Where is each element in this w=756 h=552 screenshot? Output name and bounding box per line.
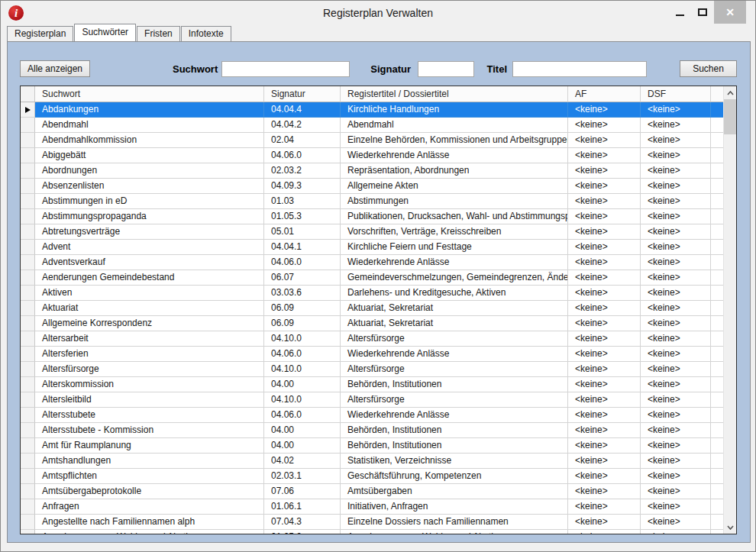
tab-infotexte[interactable]: Infotexte bbox=[181, 26, 231, 41]
row-selector-cell[interactable] bbox=[21, 316, 35, 331]
row-selector-cell[interactable] bbox=[21, 484, 35, 499]
table-row[interactable]: Abtretungsverträge 05.01 Vorschriften, V… bbox=[21, 224, 723, 240]
close-button[interactable]: ✕ bbox=[714, 1, 746, 24]
suchwort-input[interactable] bbox=[221, 61, 350, 77]
table-row[interactable]: Alterskommission 04.00 Behörden, Institu… bbox=[21, 377, 723, 392]
row-selector-cell[interactable] bbox=[21, 347, 35, 362]
table-row[interactable]: Abendmahlkommission 02.04 Einzelne Behör… bbox=[21, 133, 723, 148]
table-row[interactable]: Altersstubete - Kommission 04.00 Behörde… bbox=[21, 423, 723, 438]
cell-filler bbox=[711, 347, 723, 362]
row-selector-cell[interactable] bbox=[21, 454, 35, 469]
header-af[interactable]: AF bbox=[568, 86, 641, 102]
row-selector-cell[interactable] bbox=[21, 270, 35, 286]
scroll-down-button[interactable] bbox=[724, 521, 736, 534]
table-row[interactable]: Amtshandlungen 04.02 Statistiken, Verzei… bbox=[21, 454, 723, 469]
table-row[interactable]: Amt für Raumplanung 04.00 Behörden, Inst… bbox=[21, 438, 723, 454]
row-selector-cell[interactable] bbox=[21, 423, 35, 438]
tab-registerplan[interactable]: Registerplan bbox=[7, 26, 73, 41]
table-row[interactable]: Anordnungen von Wahlen und Abstimmungen … bbox=[21, 530, 723, 534]
table-row[interactable]: Aktuariat 06.09 Aktuariat, Sekretariat <… bbox=[21, 301, 723, 316]
cell-registertitel: Einzelne Dossiers nach Familiennamen bbox=[341, 515, 568, 530]
maximize-button[interactable] bbox=[691, 1, 714, 24]
row-selector-cell[interactable] bbox=[21, 240, 35, 255]
search-button[interactable]: Suchen bbox=[680, 60, 737, 77]
cell-signatur: 01.03 bbox=[264, 194, 341, 209]
row-selector-cell[interactable] bbox=[21, 224, 35, 240]
cell-suchwort: Aktuariat bbox=[35, 301, 264, 316]
table-row[interactable]: Abiggebätt 04.06.0 Wiederkehrende Anläss… bbox=[21, 148, 723, 163]
cell-registertitel: Behörden, Institutionen bbox=[341, 423, 568, 438]
table-row[interactable]: Aenderungen Gemeindebestand 06.07 Gemein… bbox=[21, 270, 723, 286]
table-row[interactable]: Allgemeine Korrespondenz 06.09 Aktuariat… bbox=[21, 316, 723, 331]
table-row[interactable]: Abstimmungspropaganda 01.05.3 Publikatio… bbox=[21, 209, 723, 224]
table-row[interactable]: Abordnungen 02.03.2 Repräsentation, Abor… bbox=[21, 163, 723, 179]
header-signatur[interactable]: Signatur bbox=[264, 86, 341, 102]
row-selector-cell[interactable] bbox=[21, 209, 35, 224]
table-row[interactable]: Abstimmungen in eD 01.03 Abstimmungen <k… bbox=[21, 194, 723, 209]
row-selector-cell[interactable] bbox=[21, 148, 35, 163]
cell-suchwort: Abtretungsverträge bbox=[35, 224, 264, 240]
row-selector-cell[interactable] bbox=[21, 408, 35, 423]
table-row[interactable]: Amtsübergabeprotokolle 07.06 Amtsübergab… bbox=[21, 484, 723, 499]
cell-suchwort: Abdankungen bbox=[35, 102, 264, 118]
table-row[interactable]: Altersfürsorge 04.10.0 Altersfürsorge <k… bbox=[21, 362, 723, 377]
row-selector-cell[interactable] bbox=[21, 133, 35, 148]
row-selector-cell[interactable] bbox=[21, 102, 35, 118]
app-window: i Registerplan Verwalten ✕ RegisterplanS… bbox=[0, 0, 756, 552]
minimize-button[interactable] bbox=[668, 1, 691, 24]
cell-dsf: <keine> bbox=[641, 377, 711, 392]
cell-af: <keine> bbox=[568, 469, 641, 484]
cell-registertitel: Abstimmungen bbox=[341, 194, 568, 209]
table-row[interactable]: Altersleitbild 04.10.0 Altersfürsorge <k… bbox=[21, 392, 723, 408]
tab-suchwoerter[interactable]: Suchwörter bbox=[74, 24, 136, 41]
tab-fristen[interactable]: Fristen bbox=[137, 26, 180, 41]
row-selector-cell[interactable] bbox=[21, 438, 35, 454]
table-row[interactable]: Absenzenlisten 04.09.3 Allgemeine Akten … bbox=[21, 179, 723, 194]
row-selector-cell[interactable] bbox=[21, 179, 35, 194]
show-all-button[interactable]: Alle anzeigen bbox=[20, 60, 90, 77]
cell-af: <keine> bbox=[568, 362, 641, 377]
row-selector-cell[interactable] bbox=[21, 301, 35, 316]
cell-af: <keine> bbox=[568, 499, 641, 515]
row-selector-cell[interactable] bbox=[21, 286, 35, 301]
header-suchwort[interactable]: Suchwort bbox=[35, 86, 264, 102]
row-selector-cell[interactable] bbox=[21, 515, 35, 530]
table-row[interactable]: Anfragen 01.06.1 Initiativen, Anfragen <… bbox=[21, 499, 723, 515]
cell-dsf: <keine> bbox=[641, 408, 711, 423]
cell-suchwort: Anfragen bbox=[35, 499, 264, 515]
row-selector-cell[interactable] bbox=[21, 377, 35, 392]
header-row-selector[interactable] bbox=[21, 86, 35, 102]
minimize-icon bbox=[676, 15, 684, 16]
scrollbar-track[interactable] bbox=[724, 134, 736, 521]
table-row[interactable]: Altersstubete 04.06.0 Wiederkehrende Anl… bbox=[21, 408, 723, 423]
header-dsf[interactable]: DSF bbox=[641, 86, 711, 102]
row-selector-cell[interactable] bbox=[21, 163, 35, 179]
cell-dsf: <keine> bbox=[641, 102, 711, 118]
cell-filler bbox=[711, 133, 723, 148]
table-row[interactable]: Abendmahl 04.04.2 Abendmahl <keine> <kei… bbox=[21, 118, 723, 133]
table-row[interactable]: Altersarbeit 04.10.0 Altersfürsorge <kei… bbox=[21, 331, 723, 347]
titel-label: Titel bbox=[477, 63, 507, 75]
table-row[interactable]: Adventsverkauf 04.06.0 Wiederkehrende An… bbox=[21, 255, 723, 270]
scroll-up-button[interactable] bbox=[724, 86, 736, 99]
table-row[interactable]: Angestellte nach Familiennamen alph 07.0… bbox=[21, 515, 723, 530]
row-selector-cell[interactable] bbox=[21, 331, 35, 347]
row-selector-cell[interactable] bbox=[21, 392, 35, 408]
vertical-scrollbar[interactable] bbox=[723, 86, 736, 534]
row-selector-cell[interactable] bbox=[21, 362, 35, 377]
signatur-input[interactable] bbox=[418, 61, 474, 77]
table-row[interactable]: Advent 04.04.1 Kirchliche Feiern und Fes… bbox=[21, 240, 723, 255]
table-row[interactable]: Aktiven 03.03.6 Darlehens- und Kreditges… bbox=[21, 286, 723, 301]
row-selector-cell[interactable] bbox=[21, 255, 35, 270]
row-selector-cell[interactable] bbox=[21, 469, 35, 484]
table-row[interactable]: Altersferien 04.06.0 Wiederkehrende Anlä… bbox=[21, 347, 723, 362]
table-row[interactable]: Abdankungen 04.04.4 Kirchliche Handlunge… bbox=[21, 102, 723, 118]
row-selector-cell[interactable] bbox=[21, 194, 35, 209]
row-selector-cell[interactable] bbox=[21, 499, 35, 515]
row-selector-cell[interactable] bbox=[21, 118, 35, 133]
row-selector-cell[interactable] bbox=[21, 530, 35, 534]
titel-input[interactable] bbox=[512, 61, 647, 77]
scrollbar-thumb[interactable] bbox=[724, 99, 736, 134]
table-row[interactable]: Amtspflichten 02.03.1 Geschäftsführung, … bbox=[21, 469, 723, 484]
header-registertitel[interactable]: Registertitel / Dossiertitel bbox=[341, 86, 568, 102]
